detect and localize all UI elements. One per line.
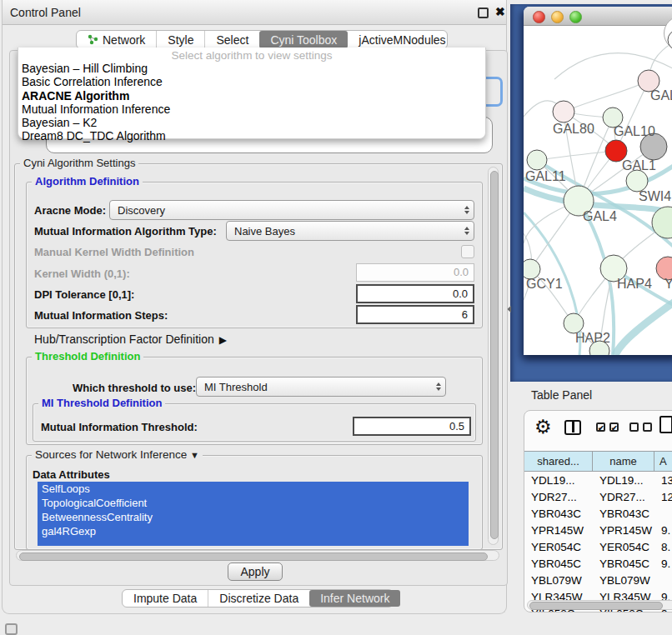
- select-all-icon[interactable]: ✔: [596, 422, 605, 432]
- tab-network[interactable]: Network: [77, 31, 156, 48]
- table-panel: ⚙ ✔ ✔ shared... name A YDL19...YDL19...1…: [524, 410, 672, 612]
- aracne-mode-label: Aracne Mode:: [34, 204, 106, 217]
- tab-jactivemnodules[interactable]: jActiveMNodules: [348, 31, 456, 48]
- dropdown-item[interactable]: Bayesian – K2: [18, 116, 485, 129]
- mi-threshold-label: Mutual Information Threshold:: [41, 421, 198, 433]
- deselect-all-icon[interactable]: [643, 422, 652, 432]
- tab-impute-data[interactable]: Impute Data: [123, 590, 208, 607]
- scrollbar-thumb[interactable]: [490, 171, 499, 539]
- list-item[interactable]: TopologicalCoefficient: [38, 496, 469, 510]
- cell: YER054C: [524, 538, 593, 555]
- deselect-all-icon[interactable]: [629, 422, 639, 432]
- list-item[interactable]: SelfLoops: [38, 482, 469, 496]
- table-row[interactable]: YBL079WYBL079W: [524, 572, 672, 588]
- tab-style[interactable]: Style: [156, 31, 204, 48]
- screen: Control Panel ✖ Network Style Select Cyn…: [0, 0, 672, 635]
- mi-algorithm-type-value: Naive Bayes: [234, 225, 295, 238]
- mi-threshold-definition-title: MI Threshold Definition: [38, 397, 165, 409]
- tab-infer-network[interactable]: Infer Network: [309, 590, 400, 607]
- tab-select[interactable]: Select: [204, 31, 259, 48]
- cell: YBR043C: [593, 505, 654, 522]
- network-node[interactable]: [553, 101, 574, 122]
- mi-steps-label: Mutual Information Steps:: [34, 309, 168, 322]
- cell: YDL19...: [593, 472, 654, 488]
- dpi-tolerance-field[interactable]: 0.0: [356, 284, 474, 303]
- gear-icon[interactable]: ⚙: [534, 416, 552, 438]
- column-header[interactable]: A: [654, 452, 672, 471]
- sources-title-text: Sources for Network Inference: [35, 448, 187, 461]
- cell: [654, 572, 672, 588]
- table-row[interactable]: YBR045CYBR045C9.: [524, 555, 672, 572]
- hub-definition-expander[interactable]: Hub/Transcription Factor Definition▶: [34, 332, 227, 346]
- node-label: GAL11: [525, 169, 566, 183]
- table-row[interactable]: YBR043CYBR043C: [524, 505, 672, 522]
- tab-cyni-toolbox[interactable]: Cyni Toolbox: [259, 31, 348, 48]
- cell: 9.: [654, 555, 672, 572]
- cell: YBR045C: [524, 555, 593, 572]
- tab-discretize-data[interactable]: Discretize Data: [208, 590, 309, 607]
- settings-vertical-scrollbar[interactable]: [488, 167, 499, 545]
- tab-impute-data-label: Impute Data: [133, 592, 197, 605]
- dropdown-item[interactable]: Mutual Information Inference: [18, 102, 485, 116]
- dropdown-item[interactable]: Bayesian – Hill Climbing: [18, 62, 485, 75]
- node-label: GAL1: [622, 158, 656, 172]
- network-canvas[interactable]: GAL GAL80 GAL10 GAL1 GAL11 SWI4 GAL4 GCY…: [524, 26, 672, 355]
- list-item[interactable]: BetweennessCentrality: [38, 510, 469, 524]
- columns-icon[interactable]: [564, 420, 581, 435]
- cell: [654, 505, 672, 522]
- node-table: shared... name A YDL19...YDL19...13 YDR2…: [524, 451, 672, 612]
- column-header[interactable]: shared...: [524, 452, 593, 471]
- cell: YPR145W: [524, 522, 593, 538]
- data-attributes-list[interactable]: SelfLoops TopologicalCoefficient Between…: [38, 482, 469, 546]
- collapse-arrow-icon: ▼: [190, 450, 199, 460]
- settings-horizontal-scrollbar[interactable]: [16, 550, 499, 561]
- table-panel-title: Table Panel: [531, 388, 592, 402]
- close-icon[interactable]: ✖: [495, 5, 505, 18]
- scrollbar-thumb[interactable]: [19, 552, 488, 561]
- node-label: GAL80: [553, 122, 594, 136]
- column-header[interactable]: name: [593, 452, 654, 471]
- table-row[interactable]: YDL19...YDL19...13: [524, 472, 672, 488]
- list-item[interactable]: gal4RGexp: [38, 524, 469, 538]
- float-window-icon[interactable]: [478, 8, 489, 18]
- network-node[interactable]: [668, 30, 672, 50]
- table-horizontal-scrollbar[interactable]: [527, 600, 672, 610]
- table-row[interactable]: YER054CYER054C8.: [524, 538, 672, 555]
- new-table-icon[interactable]: [659, 416, 672, 433]
- tab-select-label: Select: [216, 33, 248, 47]
- network-node[interactable]: [527, 150, 547, 170]
- mi-threshold-field[interactable]: 0.5: [353, 417, 471, 436]
- manual-kernel-width-checkbox[interactable]: [461, 245, 474, 258]
- aracne-mode-value: Discovery: [118, 204, 165, 217]
- kernel-width-field[interactable]: 0.0: [356, 263, 474, 282]
- cell: YER054C: [593, 538, 654, 555]
- network-window-titlebar[interactable]: [524, 7, 672, 26]
- spinner-icon: [436, 382, 441, 391]
- close-traffic-light[interactable]: [533, 11, 545, 23]
- table-row[interactable]: YDR27...YDR27...12: [524, 488, 672, 505]
- scrollbar-thumb[interactable]: [529, 602, 663, 610]
- table-header-row: shared... name A: [524, 451, 672, 472]
- cell: YDL19...: [524, 472, 593, 488]
- dropdown-item[interactable]: Basic Correlation Inference: [18, 75, 485, 88]
- control-panel-tabs: Network Style Select Cyni Toolbox jActiv…: [76, 30, 448, 49]
- mi-algorithm-type-select[interactable]: Naive Bayes: [226, 221, 474, 241]
- tab-jactivemnodules-label: jActiveMNodules: [359, 33, 445, 47]
- dropdown-item-selected[interactable]: ARACNE Algorithm: [18, 89, 485, 102]
- apply-button[interactable]: Apply: [228, 562, 283, 581]
- select-all-icon[interactable]: ✔: [609, 422, 619, 432]
- control-panel-title: Control Panel: [10, 6, 81, 19]
- aracne-mode-select[interactable]: Discovery: [109, 200, 474, 220]
- dropdown-item[interactable]: Dream8 DC_TDC Algorithm: [18, 129, 485, 142]
- zoom-traffic-light[interactable]: [569, 11, 582, 23]
- which-threshold-select[interactable]: MI Threshold: [196, 377, 446, 397]
- cell: YBR045C: [593, 555, 654, 572]
- threshold-definition-title: Threshold Definition: [32, 350, 143, 362]
- mi-steps-field[interactable]: 6: [356, 305, 474, 324]
- table-row[interactable]: YPR145WYPR145W9.: [524, 522, 672, 538]
- minimize-traffic-light[interactable]: [551, 11, 564, 23]
- sources-group-title[interactable]: Sources for Network Inference ▼: [32, 448, 203, 461]
- which-threshold-label: Which threshold to use:: [73, 382, 196, 394]
- collapsed-panel-icon[interactable]: [5, 623, 18, 635]
- cell: YDR27...: [593, 488, 654, 505]
